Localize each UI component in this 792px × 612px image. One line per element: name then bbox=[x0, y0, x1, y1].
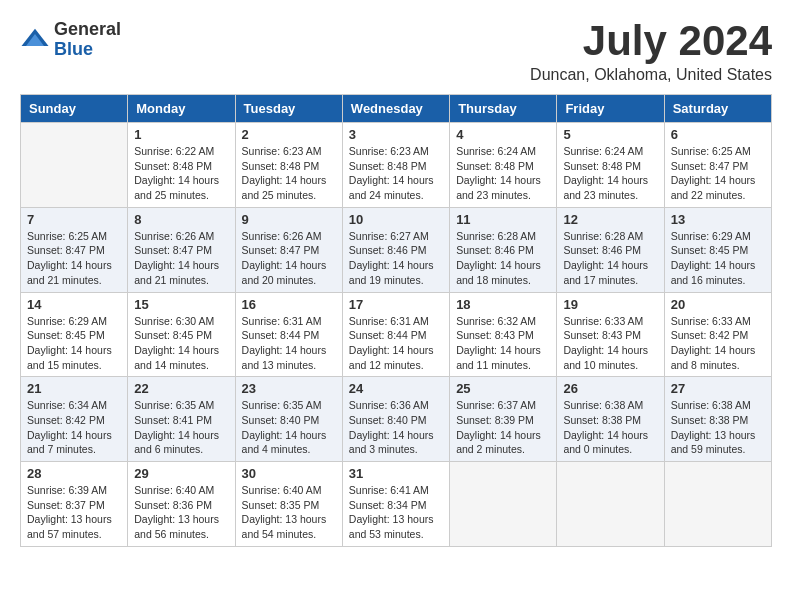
calendar-cell bbox=[21, 123, 128, 208]
day-number: 25 bbox=[456, 381, 550, 396]
weekday-header-wednesday: Wednesday bbox=[342, 95, 449, 123]
calendar-cell: 5Sunrise: 6:24 AM Sunset: 8:48 PM Daylig… bbox=[557, 123, 664, 208]
weekday-header-monday: Monday bbox=[128, 95, 235, 123]
day-info: Sunrise: 6:25 AM Sunset: 8:47 PM Dayligh… bbox=[27, 229, 121, 288]
day-number: 7 bbox=[27, 212, 121, 227]
day-number: 19 bbox=[563, 297, 657, 312]
day-number: 11 bbox=[456, 212, 550, 227]
day-number: 4 bbox=[456, 127, 550, 142]
day-info: Sunrise: 6:35 AM Sunset: 8:40 PM Dayligh… bbox=[242, 398, 336, 457]
day-info: Sunrise: 6:38 AM Sunset: 8:38 PM Dayligh… bbox=[563, 398, 657, 457]
weekday-header-row: SundayMondayTuesdayWednesdayThursdayFrid… bbox=[21, 95, 772, 123]
day-number: 6 bbox=[671, 127, 765, 142]
weekday-header-friday: Friday bbox=[557, 95, 664, 123]
calendar-cell: 25Sunrise: 6:37 AM Sunset: 8:39 PM Dayli… bbox=[450, 377, 557, 462]
logo-blue-text: Blue bbox=[54, 40, 121, 60]
week-row-1: 1Sunrise: 6:22 AM Sunset: 8:48 PM Daylig… bbox=[21, 123, 772, 208]
day-number: 29 bbox=[134, 466, 228, 481]
month-title: July 2024 bbox=[530, 20, 772, 62]
day-number: 26 bbox=[563, 381, 657, 396]
day-info: Sunrise: 6:23 AM Sunset: 8:48 PM Dayligh… bbox=[242, 144, 336, 203]
day-number: 27 bbox=[671, 381, 765, 396]
calendar-cell: 7Sunrise: 6:25 AM Sunset: 8:47 PM Daylig… bbox=[21, 207, 128, 292]
calendar-cell: 23Sunrise: 6:35 AM Sunset: 8:40 PM Dayli… bbox=[235, 377, 342, 462]
location: Duncan, Oklahoma, United States bbox=[530, 66, 772, 84]
calendar-cell: 11Sunrise: 6:28 AM Sunset: 8:46 PM Dayli… bbox=[450, 207, 557, 292]
day-number: 18 bbox=[456, 297, 550, 312]
calendar-cell: 12Sunrise: 6:28 AM Sunset: 8:46 PM Dayli… bbox=[557, 207, 664, 292]
calendar-cell: 21Sunrise: 6:34 AM Sunset: 8:42 PM Dayli… bbox=[21, 377, 128, 462]
day-number: 28 bbox=[27, 466, 121, 481]
day-info: Sunrise: 6:33 AM Sunset: 8:42 PM Dayligh… bbox=[671, 314, 765, 373]
day-number: 13 bbox=[671, 212, 765, 227]
weekday-header-tuesday: Tuesday bbox=[235, 95, 342, 123]
day-number: 21 bbox=[27, 381, 121, 396]
day-number: 17 bbox=[349, 297, 443, 312]
calendar-cell: 13Sunrise: 6:29 AM Sunset: 8:45 PM Dayli… bbox=[664, 207, 771, 292]
weekday-header-sunday: Sunday bbox=[21, 95, 128, 123]
day-info: Sunrise: 6:39 AM Sunset: 8:37 PM Dayligh… bbox=[27, 483, 121, 542]
day-info: Sunrise: 6:29 AM Sunset: 8:45 PM Dayligh… bbox=[27, 314, 121, 373]
day-info: Sunrise: 6:22 AM Sunset: 8:48 PM Dayligh… bbox=[134, 144, 228, 203]
day-info: Sunrise: 6:40 AM Sunset: 8:35 PM Dayligh… bbox=[242, 483, 336, 542]
weekday-header-saturday: Saturday bbox=[664, 95, 771, 123]
day-info: Sunrise: 6:37 AM Sunset: 8:39 PM Dayligh… bbox=[456, 398, 550, 457]
calendar-cell: 29Sunrise: 6:40 AM Sunset: 8:36 PM Dayli… bbox=[128, 462, 235, 547]
week-row-3: 14Sunrise: 6:29 AM Sunset: 8:45 PM Dayli… bbox=[21, 292, 772, 377]
calendar-cell: 20Sunrise: 6:33 AM Sunset: 8:42 PM Dayli… bbox=[664, 292, 771, 377]
day-info: Sunrise: 6:29 AM Sunset: 8:45 PM Dayligh… bbox=[671, 229, 765, 288]
calendar-cell: 26Sunrise: 6:38 AM Sunset: 8:38 PM Dayli… bbox=[557, 377, 664, 462]
day-number: 14 bbox=[27, 297, 121, 312]
calendar-cell bbox=[450, 462, 557, 547]
day-info: Sunrise: 6:38 AM Sunset: 8:38 PM Dayligh… bbox=[671, 398, 765, 457]
week-row-2: 7Sunrise: 6:25 AM Sunset: 8:47 PM Daylig… bbox=[21, 207, 772, 292]
calendar-cell: 31Sunrise: 6:41 AM Sunset: 8:34 PM Dayli… bbox=[342, 462, 449, 547]
day-number: 31 bbox=[349, 466, 443, 481]
day-number: 9 bbox=[242, 212, 336, 227]
calendar-cell: 6Sunrise: 6:25 AM Sunset: 8:47 PM Daylig… bbox=[664, 123, 771, 208]
calendar-cell: 16Sunrise: 6:31 AM Sunset: 8:44 PM Dayli… bbox=[235, 292, 342, 377]
day-number: 10 bbox=[349, 212, 443, 227]
calendar-cell bbox=[557, 462, 664, 547]
calendar-cell: 28Sunrise: 6:39 AM Sunset: 8:37 PM Dayli… bbox=[21, 462, 128, 547]
day-info: Sunrise: 6:28 AM Sunset: 8:46 PM Dayligh… bbox=[563, 229, 657, 288]
day-number: 15 bbox=[134, 297, 228, 312]
calendar-cell: 3Sunrise: 6:23 AM Sunset: 8:48 PM Daylig… bbox=[342, 123, 449, 208]
day-number: 20 bbox=[671, 297, 765, 312]
calendar-cell: 22Sunrise: 6:35 AM Sunset: 8:41 PM Dayli… bbox=[128, 377, 235, 462]
day-info: Sunrise: 6:24 AM Sunset: 8:48 PM Dayligh… bbox=[456, 144, 550, 203]
day-number: 2 bbox=[242, 127, 336, 142]
day-number: 23 bbox=[242, 381, 336, 396]
calendar: SundayMondayTuesdayWednesdayThursdayFrid… bbox=[20, 94, 772, 547]
day-info: Sunrise: 6:25 AM Sunset: 8:47 PM Dayligh… bbox=[671, 144, 765, 203]
day-info: Sunrise: 6:26 AM Sunset: 8:47 PM Dayligh… bbox=[134, 229, 228, 288]
calendar-cell: 30Sunrise: 6:40 AM Sunset: 8:35 PM Dayli… bbox=[235, 462, 342, 547]
logo-general-text: General bbox=[54, 20, 121, 40]
day-info: Sunrise: 6:40 AM Sunset: 8:36 PM Dayligh… bbox=[134, 483, 228, 542]
calendar-cell bbox=[664, 462, 771, 547]
day-number: 5 bbox=[563, 127, 657, 142]
day-number: 8 bbox=[134, 212, 228, 227]
day-info: Sunrise: 6:30 AM Sunset: 8:45 PM Dayligh… bbox=[134, 314, 228, 373]
calendar-cell: 15Sunrise: 6:30 AM Sunset: 8:45 PM Dayli… bbox=[128, 292, 235, 377]
calendar-cell: 9Sunrise: 6:26 AM Sunset: 8:47 PM Daylig… bbox=[235, 207, 342, 292]
calendar-cell: 2Sunrise: 6:23 AM Sunset: 8:48 PM Daylig… bbox=[235, 123, 342, 208]
day-info: Sunrise: 6:36 AM Sunset: 8:40 PM Dayligh… bbox=[349, 398, 443, 457]
day-info: Sunrise: 6:35 AM Sunset: 8:41 PM Dayligh… bbox=[134, 398, 228, 457]
day-info: Sunrise: 6:31 AM Sunset: 8:44 PM Dayligh… bbox=[349, 314, 443, 373]
day-info: Sunrise: 6:31 AM Sunset: 8:44 PM Dayligh… bbox=[242, 314, 336, 373]
day-info: Sunrise: 6:27 AM Sunset: 8:46 PM Dayligh… bbox=[349, 229, 443, 288]
logo-icon bbox=[20, 25, 50, 55]
calendar-cell: 18Sunrise: 6:32 AM Sunset: 8:43 PM Dayli… bbox=[450, 292, 557, 377]
day-number: 12 bbox=[563, 212, 657, 227]
calendar-cell: 4Sunrise: 6:24 AM Sunset: 8:48 PM Daylig… bbox=[450, 123, 557, 208]
header: General Blue July 2024 Duncan, Oklahoma,… bbox=[20, 20, 772, 84]
day-info: Sunrise: 6:23 AM Sunset: 8:48 PM Dayligh… bbox=[349, 144, 443, 203]
calendar-cell: 8Sunrise: 6:26 AM Sunset: 8:47 PM Daylig… bbox=[128, 207, 235, 292]
week-row-4: 21Sunrise: 6:34 AM Sunset: 8:42 PM Dayli… bbox=[21, 377, 772, 462]
logo: General Blue bbox=[20, 20, 121, 60]
week-row-5: 28Sunrise: 6:39 AM Sunset: 8:37 PM Dayli… bbox=[21, 462, 772, 547]
calendar-cell: 27Sunrise: 6:38 AM Sunset: 8:38 PM Dayli… bbox=[664, 377, 771, 462]
day-info: Sunrise: 6:32 AM Sunset: 8:43 PM Dayligh… bbox=[456, 314, 550, 373]
day-info: Sunrise: 6:33 AM Sunset: 8:43 PM Dayligh… bbox=[563, 314, 657, 373]
